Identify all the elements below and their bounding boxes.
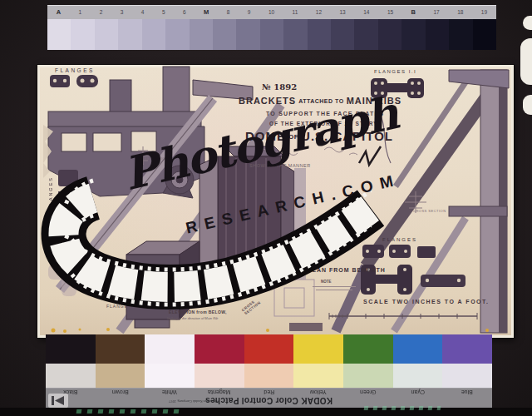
color-patch [244, 334, 294, 388]
patch-label: Magenta [195, 389, 244, 395]
color-patch [96, 334, 145, 388]
patch-label: Blue [442, 389, 492, 395]
color-patch [393, 334, 443, 388]
edge-highlight-blob [520, 38, 532, 85]
color-patch [145, 334, 195, 388]
patch-label: Red [244, 389, 294, 395]
kodak-color-patches [46, 334, 492, 388]
film-edge-marking [76, 409, 185, 414]
color-patch [442, 334, 492, 388]
patch-label: Brown [96, 389, 145, 395]
edge-highlight-blob [523, 95, 532, 115]
patch-label: White [145, 389, 195, 395]
kodak-logo [48, 394, 68, 408]
kodak-band-title: KODAK Color Control Patches [46, 396, 492, 405]
film-edge-marking [364, 406, 441, 410]
edge-highlight-blob [523, 16, 532, 30]
kodak-band-copyright: ©Eastman Kodak Company, 1977 [169, 399, 219, 404]
patch-label: Cyan [393, 389, 443, 395]
color-patch [46, 334, 96, 388]
photographed-archival-drawing: A 1 2 3 4 5 6 M 8 9 10 11 12 13 14 15 B … [0, 0, 532, 416]
patch-labels: Black Brown White Magenta Red Yellow Gre… [46, 389, 492, 395]
color-patch [293, 334, 343, 388]
color-patch [195, 334, 244, 388]
patch-label: Green [343, 389, 393, 395]
color-patch [343, 334, 393, 388]
patch-label: Yellow [293, 389, 343, 395]
